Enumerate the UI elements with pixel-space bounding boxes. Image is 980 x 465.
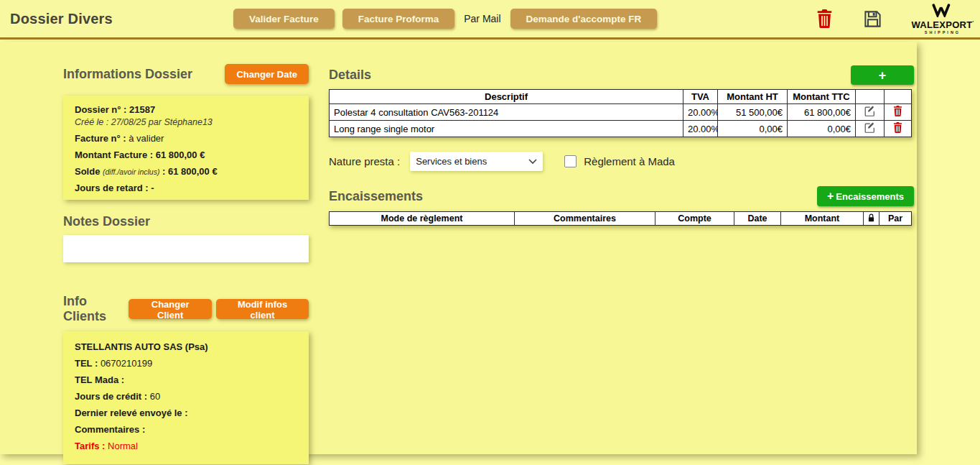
informations-dossier-panel: Dossier n° : 21587 Créé le : 27/08/25 pa… [63,96,309,200]
edit-detail-icon[interactable] [864,106,875,119]
cell-tva: 20.00% [683,104,718,121]
client-name: STELLANTIS AUTO SAS (Psa) [75,341,297,353]
jours-retard-line: Jours de retard : - [75,183,297,194]
solde-line: Solde (diff./avoir inclus) : 61 800,00 € [75,166,297,178]
plus-icon: + [827,190,834,203]
nature-presta-label: Nature presta : [329,155,400,167]
save-icon[interactable] [863,9,882,29]
par-mail-label: Par Mail [462,13,502,24]
valider-facture-button[interactable]: Valider Facture [233,9,335,29]
modif-infos-client-button[interactable]: Modif infos client [216,299,309,319]
col-mode-reglement: Mode de règlement [330,212,515,226]
detail-row: Long range single motor 20.00% 0,00€ 0,0… [330,121,912,137]
logo-w-icon [931,7,954,19]
changer-client-button[interactable]: Changer Client [129,299,212,319]
left-column: Informations Dossier Changer Date Dossie… [63,64,309,464]
demande-accompte-button[interactable]: Demande d'accompte FR [510,9,658,29]
nature-presta-select[interactable]: Services et biens [410,152,543,171]
dossier-created-line: Créé le : 27/08/25 par Stéphane13 [75,116,297,128]
client-tel-mada-line: TEL Mada : [75,374,297,386]
cell-montant-ht: 0,00€ [718,121,788,137]
add-encaissement-button[interactable]: +Encaissements [817,186,914,206]
nature-presta-row: Nature presta : Services et biens Règlem… [329,152,914,171]
edit-detail-icon[interactable] [864,122,875,135]
encaissements-table: Mode de règlement Commentaires Compte Da… [329,211,912,226]
content-card: Informations Dossier Changer Date Dossie… [0,42,917,454]
col-montant: Montant [781,212,864,226]
header: Dossier Divers Valider Facture Facture P… [0,0,980,40]
info-clients-panel: STELLANTIS AUTO SAS (Psa) TEL : 06702101… [63,331,309,464]
add-detail-button[interactable]: + [851,65,914,85]
client-credit-line: Jours de crédit : 60 [75,391,297,402]
page-title: Dossier Divers [10,11,113,27]
cell-tva: 20.00% [683,121,718,137]
client-tarifs-line: Tarifs : Normal [75,441,297,452]
reglement-mada-label: Règlement à Mada [584,155,675,167]
reglement-mada-checkbox[interactable] [564,155,577,167]
facture-number-line: Facture n° : à valider [75,133,297,144]
lock-icon [864,212,879,226]
details-heading: Details [329,68,371,83]
detail-row: Polestar 4 consultation CAV563-201124 20… [330,104,912,121]
details-table: Descriptif TVA Montant HT Montant TTC Po… [329,89,912,137]
cell-descriptif: Polestar 4 consultation CAV563-201124 [330,104,683,121]
cell-montant-ttc: 0,00€ [788,121,856,137]
col-descriptif: Descriptif [330,90,683,104]
info-clients-heading: Info Clients [63,294,129,324]
right-column: Details + Descriptif TVA Montant HT Mont… [329,65,914,226]
client-buttons: Changer Client Modif infos client [129,299,309,319]
dossier-number-line: Dossier n° : 21587 [75,104,297,116]
col-delete [885,90,912,104]
notes-input[interactable] [63,235,309,262]
delete-dossier-icon[interactable] [816,9,833,28]
changer-date-button[interactable]: Changer Date [225,64,309,84]
montant-facture-line: Montant Facture : 61 800,00 € [75,149,297,161]
client-releve-line: Dernier relevé envoyé le : [75,408,297,419]
walexport-logo: WALEXPORT' SHIPPING [910,3,976,35]
col-montant-ttc: Montant TTC [788,90,856,104]
delete-detail-icon[interactable] [893,106,902,119]
cell-montant-ht: 51 500,00€ [718,104,788,121]
logo-brand: WALEXPORT' [910,20,976,29]
notes-dossier-heading: Notes Dossier [63,214,309,229]
col-tva: TVA [683,90,718,104]
col-edit [856,90,885,104]
col-compte: Compte [655,212,734,226]
delete-detail-icon[interactable] [893,122,902,135]
header-icons: WALEXPORT' SHIPPING [816,3,976,35]
encaissements-header-row: Mode de règlement Commentaires Compte Da… [330,212,912,226]
col-montant-ht: Montant HT [718,90,788,104]
cell-descriptif: Long range single motor [330,121,683,137]
details-header-row: Descriptif TVA Montant HT Montant TTC [330,90,912,104]
informations-dossier-heading: Informations Dossier [63,67,192,82]
client-commentaires-line: Commentaires : [75,424,297,436]
facture-proforma-button[interactable]: Facture Proforma [342,9,455,29]
cell-montant-ttc: 61 800,00€ [788,104,856,121]
col-commentaires: Commentaires [515,212,655,226]
client-tel-line: TEL : 0670210199 [75,358,297,369]
header-actions: Valider Facture Facture Proforma Par Mai… [233,9,657,29]
col-par: Par [879,212,912,226]
logo-subtitle: SHIPPING [910,31,976,35]
col-date: Date [734,212,781,226]
encaissements-heading: Encaissements [329,189,423,204]
